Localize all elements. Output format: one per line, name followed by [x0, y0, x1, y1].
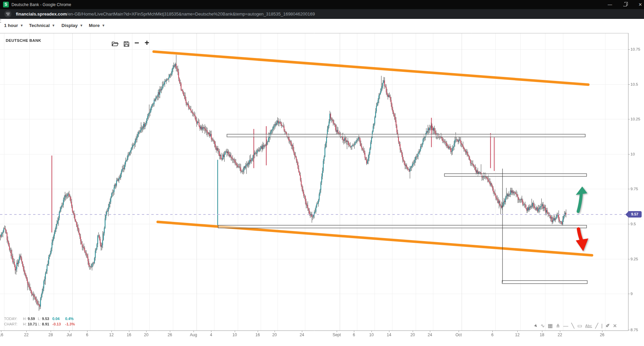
window-title: Deutsche Bank - Google Chrome [11, 2, 71, 7]
x-axis-label: 12 [109, 333, 113, 337]
chevron-down-icon: ▼ [20, 24, 23, 27]
y-axis-label: 9 [630, 292, 633, 296]
open-folder-icon[interactable] [111, 41, 119, 48]
x-axis-label: 22 [558, 333, 562, 337]
x-axis-label: 24 [428, 333, 432, 337]
upper-channel-line[interactable] [154, 52, 588, 85]
stats-row: CHART:H: 10.71L: 8.91-0.13-1.3% [4, 322, 92, 327]
site-settings-icon[interactable] [4, 10, 11, 18]
stats-cell: CHART: [4, 322, 18, 326]
restore-button[interactable] [619, 0, 631, 9]
stats-cell: 0.04 [52, 317, 59, 321]
restore-icon [623, 3, 627, 6]
chevron-down-icon: ▼ [52, 24, 55, 27]
x-axis-label: 16 [255, 333, 260, 337]
save-icon[interactable] [124, 41, 129, 48]
x-axis-label: Sept [333, 333, 341, 337]
chart-toolbar: 1 hour▼Technical▼Display▼More▼ − + [0, 19, 644, 33]
x-axis-label: 6 [491, 333, 494, 337]
stats-cell: H: 9.59 [23, 317, 35, 321]
stats-cell: 0.4% [65, 317, 74, 321]
x-axis-label: 26 [168, 333, 172, 337]
close-button[interactable]: ✕ [635, 0, 644, 9]
up-arrow-annotation[interactable] [576, 186, 587, 211]
zoom-in-icon[interactable]: + [145, 38, 149, 48]
menu-more[interactable]: More▼ [89, 23, 105, 28]
stats-cell: -1.3% [65, 322, 75, 326]
menu-1-hour[interactable]: 1 hour▼ [4, 23, 23, 28]
x-axis-label: 16 [127, 333, 131, 337]
x-axis-label: 26 [600, 333, 604, 337]
drawing-toolbar: ➤∿▦⋔—╲▭Abc╱|✐✕ [532, 321, 618, 330]
stats-row: TODAY:H: 9.59L: 9.530.040.4% [4, 317, 92, 322]
x-axis-label: Oct [456, 333, 462, 337]
tool-delete-icon[interactable]: ✕ [613, 322, 617, 330]
x-axis-label: 24 [300, 333, 304, 337]
x-axis-label: 28 [48, 333, 53, 337]
x-axis-label: 20 [410, 333, 415, 337]
x-axis-label: Jul [67, 333, 72, 337]
y-axis-label: 8.75 [630, 328, 638, 332]
instrument-title: DEUTSCHE BANK [6, 38, 41, 42]
resistance-9.85[interactable] [444, 174, 587, 176]
y-axis-label: 9.75 [630, 187, 638, 191]
x-axis-label: 20 [272, 333, 277, 337]
stats-cell: TODAY: [4, 317, 17, 321]
url-text[interactable]: financials.spreadex.com/en-GB/Home/LiveC… [16, 11, 315, 17]
browser-window: 9.57 DEUTSCHE BANK 162228Jul612162026Aug… [0, 0, 644, 346]
stats-cell: H: 10.71 [23, 322, 37, 326]
price-stats: TODAY:H: 9.59L: 9.530.040.4%CHART:H: 10.… [4, 317, 92, 327]
chart-annotations-layer [0, 0, 644, 346]
zoom-out-icon[interactable]: − [134, 38, 139, 48]
x-axis-label: 20 [144, 333, 148, 337]
menu-display[interactable]: Display▼ [61, 23, 83, 28]
tool-fan-lines-icon[interactable]: ⋔ [556, 322, 560, 330]
y-axis-label: 10.75 [630, 47, 640, 51]
support-9.08[interactable] [502, 281, 587, 284]
spreadex-favicon: S [3, 2, 9, 7]
chevron-down-icon: ▼ [80, 24, 83, 27]
stats-cell: -0.13 [52, 322, 61, 326]
x-axis-label: 10 [232, 333, 237, 337]
x-axis-label: 10 [369, 333, 373, 337]
x-axis-label: 14 [387, 333, 391, 337]
tool-rectangle-icon[interactable]: ▭ [577, 322, 582, 330]
url-domain: financials.spreadex.com [16, 11, 67, 17]
drag-handle-dots [0, 20, 1, 24]
stats-cell: L: 8.91 [38, 322, 49, 326]
chevron-down-icon: ▼ [102, 24, 105, 27]
y-axis-label: 9.5 [630, 222, 636, 226]
address-bar[interactable]: financials.spreadex.com/en-GB/Home/LiveC… [0, 9, 644, 19]
y-axis-label: 10.5 [630, 82, 638, 86]
tool-curve-icon[interactable]: ∿ [540, 322, 545, 330]
x-axis-label: Aug [190, 333, 197, 337]
window-titlebar: S Deutsche Bank - Google Chrome — ✕ [0, 0, 644, 9]
current-price-dashed-line [0, 214, 625, 215]
x-axis-label: 6 [353, 333, 355, 337]
stats-cell: L: 9.53 [38, 317, 49, 321]
down-arrow-annotation[interactable] [576, 229, 588, 251]
x-axis-label: 4 [210, 333, 212, 337]
current-price-badge: 9.57 [628, 211, 642, 218]
x-axis-label: 22 [24, 333, 28, 337]
support-9.48[interactable] [218, 225, 587, 228]
x-axis-label: 16 [0, 333, 3, 337]
tool-cursor-icon[interactable]: ➤ [532, 322, 540, 330]
menu-technical[interactable]: Technical▼ [29, 23, 55, 28]
x-axis-label: 12 [515, 333, 519, 337]
y-axis-label: 10.25 [630, 117, 640, 121]
resistance-10.13[interactable] [227, 134, 585, 137]
tool-marker-icon[interactable]: ✐ [606, 322, 610, 330]
tool-diagonal-line-icon[interactable]: ╱ [595, 322, 598, 330]
tool-vertical-line-icon[interactable]: | [601, 322, 602, 330]
x-axis-label: 18 [540, 333, 544, 337]
x-axis-label: 6 [86, 333, 88, 337]
tool-fibonacci-grid-icon[interactable]: ▦ [548, 322, 553, 330]
tool-trend-line-icon[interactable]: ╲ [571, 322, 574, 330]
tool-text-icon[interactable]: Abc [585, 322, 592, 330]
y-axis-label: 9.25 [630, 257, 638, 261]
url-path: /en-GB/Home/LiveChartMain?id=XFinSprMchM… [67, 11, 315, 17]
y-axis-label: 10 [630, 152, 635, 156]
minimize-button[interactable]: — [604, 0, 616, 9]
tool-horizontal-line-icon[interactable]: — [563, 322, 568, 330]
